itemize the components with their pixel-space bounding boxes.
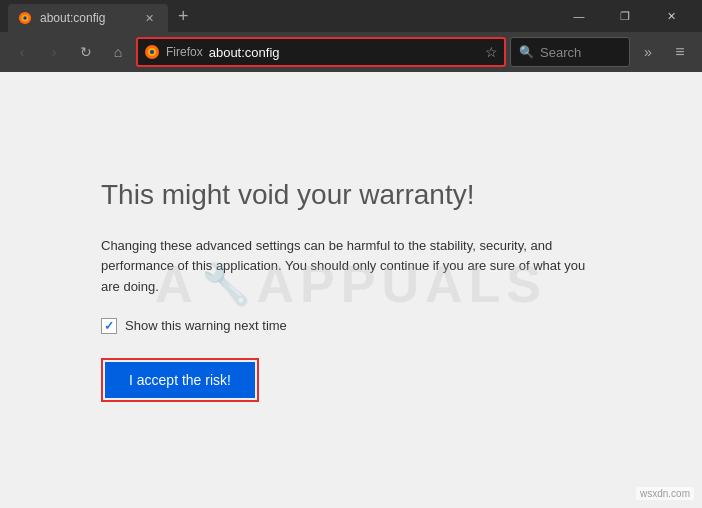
forward-button[interactable]: › xyxy=(40,38,68,66)
page-content: A 🔧 APPUALS This might void your warrant… xyxy=(0,72,702,508)
search-placeholder: Search xyxy=(540,45,581,60)
restore-button[interactable]: ❐ xyxy=(602,0,648,32)
search-icon: 🔍 xyxy=(519,45,534,59)
site-badge: wsxdn.com xyxy=(636,487,694,500)
close-button[interactable]: ✕ xyxy=(648,0,694,32)
checkbox-checkmark: ✓ xyxy=(104,319,114,333)
nav-bar: ‹ › ↻ ⌂ Firefox about:config ☆ 🔍 Search … xyxy=(0,32,702,72)
show-warning-checkbox[interactable]: ✓ xyxy=(101,318,117,334)
active-tab[interactable]: about:config ✕ xyxy=(8,4,168,32)
svg-point-5 xyxy=(150,50,154,54)
warning-container: This might void your warranty! Changing … xyxy=(101,178,601,402)
checkbox-label: Show this warning next time xyxy=(125,318,287,333)
firefox-logo-icon xyxy=(144,44,160,60)
warning-body: Changing these advanced settings can be … xyxy=(101,236,601,298)
title-bar: about:config ✕ + — ❐ ✕ xyxy=(0,0,702,32)
search-box[interactable]: 🔍 Search xyxy=(510,37,630,67)
tab-area: about:config ✕ + xyxy=(8,0,556,32)
address-text: about:config xyxy=(209,45,479,60)
accept-risk-button[interactable]: I accept the risk! xyxy=(105,362,255,398)
reload-button[interactable]: ↻ xyxy=(72,38,100,66)
bookmark-icon[interactable]: ☆ xyxy=(485,44,498,60)
new-tab-button[interactable]: + xyxy=(168,0,199,32)
warning-title: This might void your warranty! xyxy=(101,178,601,212)
overflow-button[interactable]: » xyxy=(634,38,662,66)
tab-label: about:config xyxy=(40,11,133,25)
address-bar[interactable]: Firefox about:config ☆ xyxy=(136,37,506,67)
tab-favicon xyxy=(18,11,32,25)
firefox-label: Firefox xyxy=(166,45,203,59)
home-button[interactable]: ⌂ xyxy=(104,38,132,66)
menu-button[interactable]: ≡ xyxy=(666,38,694,66)
accept-button-wrapper: I accept the risk! xyxy=(101,358,259,402)
checkbox-row: ✓ Show this warning next time xyxy=(101,318,601,334)
tab-close-button[interactable]: ✕ xyxy=(141,10,158,27)
svg-point-2 xyxy=(23,16,27,20)
window-controls: — ❐ ✕ xyxy=(556,0,694,32)
minimize-button[interactable]: — xyxy=(556,0,602,32)
back-button[interactable]: ‹ xyxy=(8,38,36,66)
